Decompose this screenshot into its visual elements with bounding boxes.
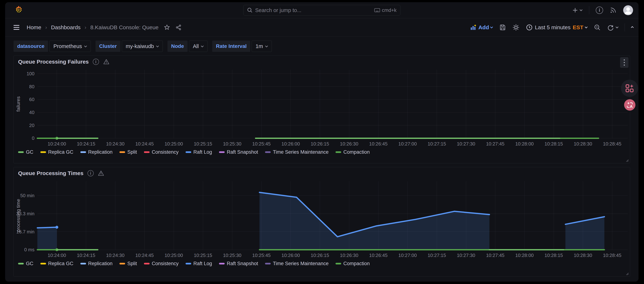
legend-item[interactable]: Consistency — [144, 261, 179, 266]
legend-label: Replication — [88, 261, 113, 266]
info-icon[interactable] — [88, 170, 94, 176]
chart-legend: GCReplica GCReplicationSplitConsistencyR… — [14, 149, 630, 158]
legend-swatch — [80, 151, 86, 153]
y-axis-label: failures — [16, 96, 21, 112]
translate-extension-button[interactable]: A — [624, 99, 636, 111]
warning-icon[interactable] — [98, 170, 104, 177]
variable-value-dropdown[interactable]: my-kaiwudb — [122, 41, 163, 52]
x-tick-label: 10:27:15 — [428, 253, 446, 258]
legend-item[interactable]: GC — [18, 261, 34, 266]
legend-item[interactable]: GC — [18, 149, 34, 155]
legend-item[interactable]: Split — [120, 149, 137, 155]
legend-item[interactable]: Raft Log — [186, 261, 212, 266]
warning-icon[interactable] — [103, 59, 110, 65]
panel-resize-handle[interactable] — [626, 272, 629, 275]
info-icon[interactable] — [93, 59, 99, 65]
breadcrumb-separator: › — [45, 25, 47, 30]
legend-item[interactable]: Raft Snapshot — [219, 261, 258, 266]
chevron-down-icon — [84, 44, 87, 47]
x-tick-label: 10:28:45 — [603, 253, 621, 258]
legend-label: Replica GC — [48, 261, 74, 266]
legend-label: Raft Snapshot — [227, 261, 258, 266]
legend-label: Split — [127, 261, 137, 266]
x-tick-label: 10:24:15 — [77, 141, 95, 146]
refresh-button[interactable] — [607, 24, 618, 31]
breadcrumb-dashboards[interactable]: Dashboards — [51, 24, 80, 31]
panel-resize-handle[interactable] — [626, 159, 629, 162]
legend-item[interactable]: Compaction — [336, 149, 370, 155]
x-tick-label: 10:26:00 — [282, 141, 300, 146]
save-dashboard-icon[interactable] — [499, 24, 506, 31]
grafana-window: cmd+k Home › Dashboards › 8.KaiwuDB Cons… — [5, 2, 638, 282]
x-tick-label: 10:27:30 — [457, 253, 475, 258]
help-button[interactable] — [596, 7, 603, 14]
legend-item[interactable]: Replication — [80, 149, 113, 155]
y-tick-label: 80 — [29, 84, 34, 89]
grafana-logo-icon[interactable] — [14, 6, 23, 15]
x-tick-label: 10:26:30 — [340, 253, 358, 258]
legend-item[interactable]: Consistency — [144, 149, 179, 155]
collapse-toolbar-button[interactable] — [631, 26, 634, 29]
x-tick-label: 10:24:45 — [135, 253, 154, 258]
panel-title[interactable]: Queue Processing Times — [18, 170, 84, 176]
x-tick-label: 10:26:15 — [311, 141, 329, 146]
legend-item[interactable]: Raft Snapshot — [219, 149, 258, 155]
legend-item[interactable]: Time Series Maintenance — [265, 149, 328, 155]
legend-label: Time Series Maintenance — [273, 261, 328, 266]
legend-item[interactable]: Split — [120, 261, 137, 266]
global-search[interactable]: cmd+k — [243, 5, 400, 16]
legend-item[interactable]: Time Series Maintenance — [265, 261, 328, 266]
breadcrumb-home[interactable]: Home — [27, 24, 41, 31]
add-panel-button[interactable]: Add — [470, 24, 493, 31]
x-tick-label: 10:28:30 — [574, 253, 592, 258]
share-icon[interactable] — [175, 24, 182, 31]
variable-value-dropdown[interactable]: Prometheus — [50, 41, 90, 52]
favorite-star-icon[interactable] — [164, 24, 170, 31]
template-variables-row: datasource Prometheus Cluster my-kaiwudb… — [5, 37, 638, 54]
legend-item[interactable]: Raft Log — [186, 149, 212, 155]
news-rss-icon[interactable] — [610, 7, 616, 14]
mega-menu-button[interactable] — [14, 25, 19, 30]
zoom-out-icon[interactable] — [594, 24, 601, 31]
variable-label: Rate Interval — [212, 41, 250, 52]
variable-value-dropdown[interactable]: 1m — [252, 41, 272, 52]
chart-canvas[interactable]: 10:24:0010:24:1510:24:3010:24:4510:25:00… — [14, 179, 630, 260]
x-tick-label: 10:28:00 — [515, 253, 534, 258]
x-tick-label: 10:26:00 — [282, 253, 300, 258]
legend-label: Replica GC — [48, 149, 74, 155]
legend-swatch — [40, 151, 46, 153]
panel-title[interactable]: Queue Processing Failures — [18, 59, 89, 65]
x-tick-label: 10:26:45 — [369, 253, 388, 258]
chart-queue-processing-failures[interactable]: 10:24:0010:24:1510:24:3010:24:4510:25:00… — [14, 68, 630, 149]
x-tick-label: 10:25:00 — [164, 141, 183, 146]
dashboard-grid: Queue Processing Failures 10:24:0010:24:… — [5, 54, 638, 277]
chart-canvas[interactable]: 10:24:0010:24:1510:24:3010:24:4510:25:00… — [14, 68, 630, 148]
new-menu-button[interactable] — [572, 7, 582, 13]
timezone-label: EST — [573, 24, 583, 31]
legend-item[interactable]: Replication — [80, 261, 113, 266]
chevron-down-icon — [490, 26, 493, 29]
search-input[interactable] — [255, 7, 372, 13]
panel-menu-button[interactable] — [620, 57, 628, 68]
refresh-icon — [607, 24, 614, 31]
legend-item[interactable]: Compaction — [336, 261, 370, 266]
legend-item[interactable]: Replica GC — [40, 149, 74, 155]
extension-overlay-button[interactable] — [621, 80, 638, 97]
legend-swatch — [120, 263, 125, 264]
legend-item[interactable]: Replica GC — [40, 261, 74, 266]
variable-value-dropdown[interactable]: All — [189, 41, 208, 52]
x-tick-label: 10:28:00 — [515, 141, 534, 146]
legend-swatch — [186, 263, 191, 264]
chart-queue-processing-times[interactable]: 10:24:0010:24:1510:24:3010:24:4510:25:00… — [14, 179, 630, 260]
y-tick-label: 40 — [29, 110, 34, 115]
panel-queue-processing-failures: Queue Processing Failures 10:24:0010:24:… — [14, 56, 630, 163]
user-avatar[interactable] — [623, 5, 633, 15]
x-tick-label: 10:28:15 — [544, 141, 563, 146]
y-tick-label: 20 — [29, 123, 34, 128]
breadcrumb-current: 8.KaiwuDB Console: Queue — [90, 24, 158, 31]
settings-gear-icon[interactable] — [512, 24, 520, 31]
y-tick-label: 50 min — [20, 193, 34, 198]
chevron-down-icon — [265, 44, 268, 47]
legend-swatch — [265, 263, 271, 264]
time-range-picker[interactable]: Last 5 minutes EST — [526, 24, 588, 31]
